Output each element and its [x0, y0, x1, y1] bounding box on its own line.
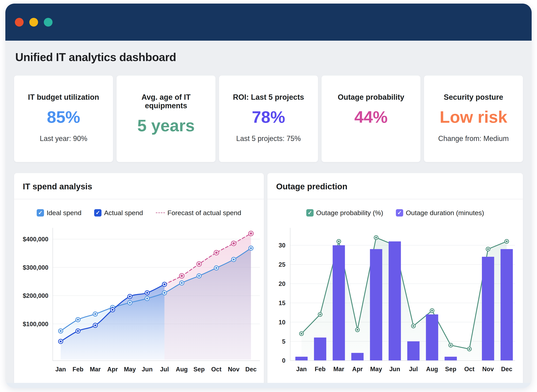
svg-text:Jan: Jan	[55, 366, 66, 373]
svg-text:Feb: Feb	[73, 366, 83, 373]
app-window: Unified IT analytics dashboard IT budget…	[5, 4, 532, 388]
svg-text:0: 0	[282, 357, 285, 364]
kpi-title: Security posture	[444, 93, 503, 102]
bar-nov	[482, 257, 494, 360]
spend-y-axis-labels: $100,000$200,000$300,000$400,000	[23, 236, 48, 327]
svg-text:$100,000: $100,000	[23, 321, 48, 327]
svg-text:Sep: Sep	[445, 366, 456, 373]
svg-text:25: 25	[278, 261, 285, 268]
kpi-value: 78%	[252, 109, 285, 125]
svg-text:May: May	[124, 366, 136, 373]
legend-item-ideal-spend[interactable]: ✓Ideal spend	[37, 209, 81, 217]
bar-apr	[351, 353, 364, 361]
svg-text:Nov: Nov	[228, 366, 240, 373]
kpi-title: IT budget utilization	[28, 93, 99, 102]
checkbox-checked-icon[interactable]: ✓	[37, 209, 44, 216]
kpi-card-avg-age-it-equipments: Avg. age of IT equipments 5 years	[116, 75, 215, 162]
svg-text:30: 30	[278, 242, 285, 249]
kpi-value: 44%	[354, 109, 388, 125]
svg-text:Dec: Dec	[245, 366, 257, 373]
kpi-value: Low risk	[440, 109, 507, 125]
bar-sep	[445, 357, 457, 360]
legend-label: Outage probability (%)	[316, 209, 383, 217]
kpi-card-it-budget-utilization: IT budget utilization 85% Last year: 90%	[14, 75, 113, 162]
kpi-subtext: Last year: 90%	[40, 135, 87, 143]
svg-text:Aug: Aug	[426, 366, 438, 373]
bar-feb	[314, 337, 326, 360]
spend-x-axis-labels: JanFebMarAprMayJunJulAugSepOctNovDec	[55, 366, 256, 373]
outage-y-axis-labels: 051015202530	[278, 242, 285, 364]
outage-x-axis-labels: JanFebMarAprMayJunJulAugSepOctNovDec	[296, 366, 512, 373]
it-spend-chart: $100,000$200,000$300,000$400,000JanFebMa…	[14, 220, 264, 383]
kpi-value: 5 years	[137, 117, 195, 134]
legend-label: Actual spend	[104, 209, 143, 217]
legend-label: Outage duration (minutes)	[406, 209, 484, 217]
panel-title: Outage prediction	[276, 182, 514, 191]
svg-text:Feb: Feb	[315, 366, 325, 373]
svg-text:Mar: Mar	[333, 366, 344, 373]
svg-text:Mar: Mar	[90, 366, 101, 373]
svg-text:Nov: Nov	[482, 366, 494, 373]
kpi-value: 85%	[47, 109, 80, 125]
svg-text:Dec: Dec	[501, 366, 512, 373]
bar-jan	[295, 357, 308, 360]
kpi-card-outage-probability: Outage probability 44%	[322, 75, 421, 162]
svg-text:Apr: Apr	[107, 366, 118, 373]
svg-text:Jun: Jun	[142, 366, 153, 373]
checkbox-checked-icon[interactable]: ✓	[396, 209, 403, 216]
outage-probability-area	[301, 238, 507, 360]
legend-item-actual-spend[interactable]: ✓Actual spend	[94, 209, 143, 217]
window-maximize-icon[interactable]	[44, 18, 52, 27]
kpi-card-security-posture: Security posture Low risk Change from: M…	[424, 75, 523, 162]
panel-header: IT spend analysis	[14, 173, 264, 199]
bar-jun	[389, 242, 401, 361]
bar-dec	[500, 249, 513, 360]
kpi-subtext: Change from: Medium	[438, 135, 509, 143]
legend-label: Ideal spend	[46, 209, 81, 217]
svg-text:Oct: Oct	[464, 366, 475, 373]
charts-row: IT spend analysis ✓Ideal spend✓Actual sp…	[14, 173, 523, 387]
bar-may	[370, 249, 382, 360]
kpi-card-roi-last-5-projects: ROI: Last 5 projects 78% Last 5 projects…	[219, 75, 318, 162]
legend-item-outage-probability[interactable]: ✓Outage probability (%)	[306, 209, 383, 217]
outage-legend: ✓Outage probability (%)✓Outage duration …	[267, 208, 523, 217]
svg-text:Jan: Jan	[296, 366, 307, 373]
kpi-subtext: Last 5 projects: 75%	[236, 135, 301, 143]
svg-text:Aug: Aug	[176, 366, 188, 373]
page-title: Unified IT analytics dashboard	[15, 51, 523, 64]
window-minimize-icon[interactable]	[29, 18, 38, 27]
svg-text:5: 5	[282, 338, 285, 345]
panel-title: IT spend analysis	[23, 182, 255, 191]
it-spend-legend: ✓Ideal spend✓Actual spendForecast of act…	[14, 208, 264, 217]
checkbox-checked-icon[interactable]: ✓	[94, 209, 102, 216]
checkbox-checked-icon[interactable]: ✓	[306, 209, 314, 216]
svg-text:20: 20	[278, 280, 285, 287]
kpi-title: Avg. age of IT equipments	[120, 93, 212, 110]
svg-text:$200,000: $200,000	[23, 292, 48, 299]
svg-text:Jul: Jul	[160, 366, 169, 373]
kpi-title: Outage probability	[338, 93, 404, 102]
svg-text:Apr: Apr	[352, 366, 363, 373]
panel-header: Outage prediction	[267, 173, 523, 199]
svg-text:May: May	[370, 366, 382, 373]
svg-text:Oct: Oct	[211, 366, 222, 373]
svg-text:$400,000: $400,000	[23, 236, 48, 243]
page: Unified IT analytics dashboard IT budget…	[0, 0, 537, 392]
outage-prediction-chart: 051015202530JanFebMarAprMayJunJulAugSepO…	[267, 220, 523, 382]
legend-item-forecast-of-actual-spend: Forecast of actual spend	[156, 209, 241, 217]
bar-jul	[407, 341, 420, 361]
window-close-icon[interactable]	[15, 18, 23, 27]
svg-text:Jul: Jul	[409, 366, 418, 373]
svg-text:$300,000: $300,000	[23, 264, 48, 271]
bar-mar	[333, 245, 345, 361]
svg-text:Sep: Sep	[194, 366, 205, 373]
dashboard-body: Unified IT analytics dashboard IT budget…	[5, 51, 532, 387]
legend-label: Forecast of actual spend	[167, 209, 241, 217]
window-titlebar	[5, 4, 532, 41]
legend-item-outage-duration-minutes[interactable]: ✓Outage duration (minutes)	[396, 209, 484, 217]
svg-text:10: 10	[278, 319, 285, 326]
kpi-row: IT budget utilization 85% Last year: 90%…	[14, 75, 523, 162]
svg-text:Jun: Jun	[389, 366, 400, 373]
dashed-line-icon	[156, 212, 165, 213]
svg-text:15: 15	[278, 300, 285, 307]
